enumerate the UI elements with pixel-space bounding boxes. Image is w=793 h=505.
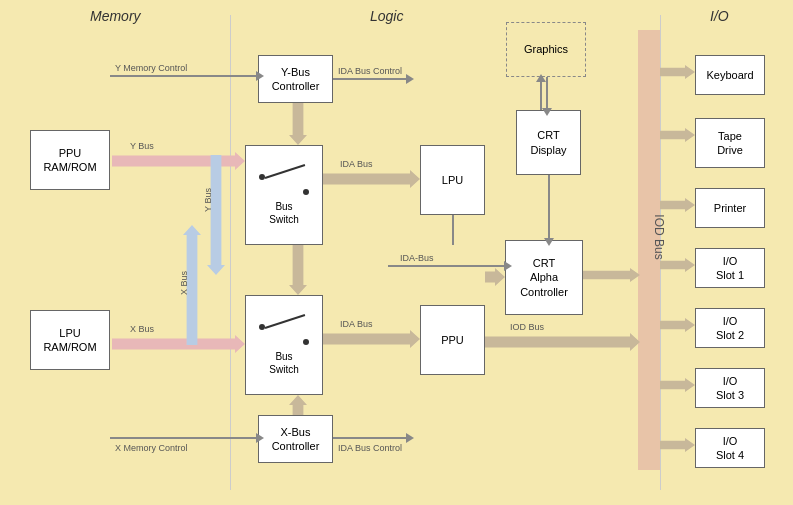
- y-memory-arrow-head: [256, 71, 264, 81]
- ida-bus-control-top-arrowhead: [406, 74, 414, 84]
- x-bus-label: X Bus: [130, 324, 154, 334]
- x-bus-controller-box: X-Bus Controller: [258, 415, 333, 463]
- ppu-box: PPU: [420, 305, 485, 375]
- crt-display-down-line: [548, 175, 550, 240]
- bus-switch-connector: [289, 245, 307, 295]
- io2-bus-arrow: [660, 318, 695, 332]
- y-bus-vertical: [207, 155, 225, 275]
- lpu-box: LPU: [420, 145, 485, 215]
- ida-bus-middle-line: [388, 265, 506, 267]
- graphics-up-arrowhead: [536, 74, 546, 82]
- y-bus-ctrl-down: [289, 103, 307, 145]
- io-slot1-box: I/O Slot 1: [695, 248, 765, 288]
- keyboard-bus-arrow: [660, 65, 695, 79]
- bus-switch-top-label: Bus Switch: [267, 200, 302, 226]
- x-bus-label2: X Bus: [179, 271, 189, 295]
- y-memory-control-line: [110, 75, 258, 77]
- lpu-ram-box: LPU RAM/ROM: [30, 310, 110, 370]
- ida-bus-middle-arrowhead: [504, 261, 512, 271]
- ida-bus-control-top-label: IDA Bus Control: [338, 66, 402, 76]
- x-memory-control-line: [110, 437, 258, 439]
- ida-bus-control-top-line: [333, 78, 408, 80]
- crt-alpha-box: CRT Alpha Controller: [505, 240, 583, 315]
- ida-bus-middle-arrow: [485, 268, 505, 286]
- ida-bus-control-bottom-label: IDA Bus Control: [338, 443, 402, 453]
- memory-section-label: Memory: [90, 8, 141, 24]
- ida-bus-bottom-label: IDA Bus: [340, 319, 373, 329]
- x-bus-arrow: [112, 335, 245, 353]
- graphics-box: Graphics: [506, 22, 586, 77]
- y-bus-label: Y Bus: [130, 141, 154, 151]
- io-slot4-box: I/O Slot 4: [695, 428, 765, 468]
- y-bus-controller-box: Y-Bus Controller: [258, 55, 333, 103]
- keyboard-box: Keyboard: [695, 55, 765, 95]
- tape-drive-box: Tape Drive: [695, 118, 765, 168]
- io1-bus-arrow: [660, 258, 695, 272]
- switch-line-bottom: [265, 314, 306, 329]
- ida-bus-top-arrow: [323, 170, 420, 188]
- io-slot3-box: I/O Slot 3: [695, 368, 765, 408]
- x-memory-control-label: X Memory Control: [115, 443, 188, 453]
- logic-section-label: Logic: [370, 8, 403, 24]
- switch-dot-bottom-right: [303, 339, 309, 345]
- y-bus-arrow: [112, 152, 245, 170]
- graphics-arrowhead: [542, 108, 552, 116]
- x-memory-arrowhead: [256, 433, 264, 443]
- y-memory-control-label: Y Memory Control: [115, 63, 187, 73]
- graphics-down-line: [546, 77, 548, 110]
- bus-switch-bottom-label: Bus Switch: [267, 350, 302, 376]
- ida-bus-top-label: IDA Bus: [340, 159, 373, 169]
- io4-bus-arrow: [660, 438, 695, 452]
- iod-bus-arrow: [485, 333, 640, 351]
- printer-box: Printer: [695, 188, 765, 228]
- io3-bus-arrow: [660, 378, 695, 392]
- crt-display-arrowhead: [544, 238, 554, 246]
- crt-alpha-iod-arrow: [583, 268, 640, 282]
- io-slot2-box: I/O Slot 2: [695, 308, 765, 348]
- switch-dot-top-right: [303, 189, 309, 195]
- ida-bus-middle-label: IDA-Bus: [400, 253, 434, 263]
- graphics-up-line: [540, 80, 542, 110]
- y-bus-label2: Y Bus: [203, 188, 213, 212]
- iod-bus-vertical-label: IOD Bus: [652, 214, 666, 259]
- switch-line-top: [265, 164, 306, 179]
- io-section-label: I/O: [710, 8, 729, 24]
- lpu-down-line: [452, 215, 454, 245]
- divider-1: [230, 15, 231, 490]
- ida-bus-control-bottom-line: [333, 437, 408, 439]
- ida-bus-control-bottom-arrowhead: [406, 433, 414, 443]
- iod-bus-label: IOD Bus: [510, 322, 544, 332]
- bus-switch-top-box: Bus Switch: [245, 145, 323, 245]
- ppu-ram-box: PPU RAM/ROM: [30, 130, 110, 190]
- crt-display-box: CRT Display: [516, 110, 581, 175]
- ida-bus-bottom-arrow: [323, 330, 420, 348]
- x-bus-ctrl-up: [289, 395, 307, 415]
- diagram: Memory Logic I/O PPU RAM/ROM LPU RAM/ROM…: [0, 0, 793, 505]
- tape-bus-arrow: [660, 128, 695, 142]
- bus-switch-bottom-box: Bus Switch: [245, 295, 323, 395]
- printer-bus-arrow: [660, 198, 695, 212]
